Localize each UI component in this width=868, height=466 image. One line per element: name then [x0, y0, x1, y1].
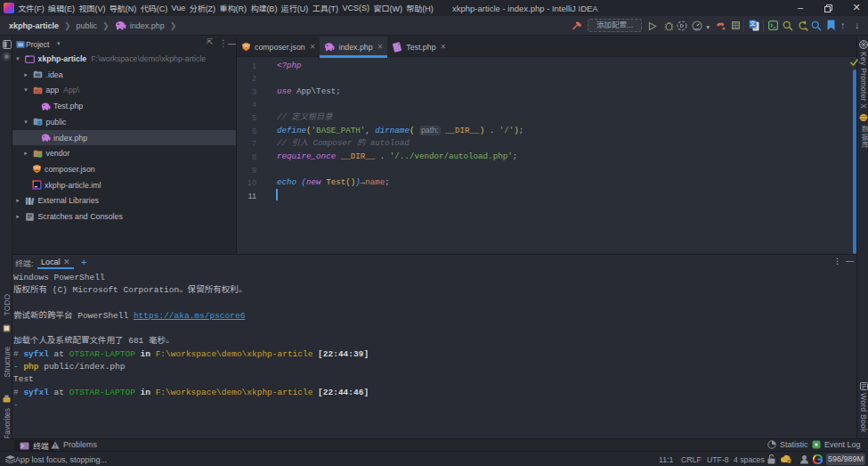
svg-text:文: 文: [750, 20, 756, 28]
